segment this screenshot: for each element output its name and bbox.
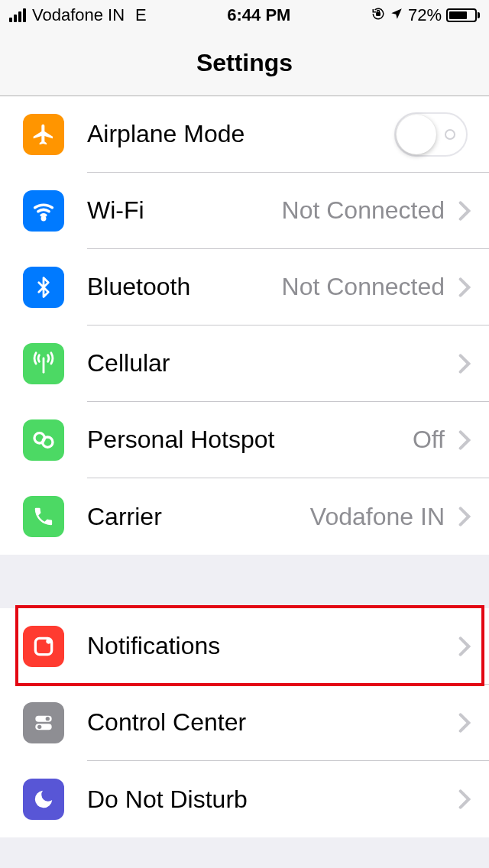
nav-header: Settings [0, 31, 489, 96]
moon-icon [23, 779, 64, 820]
status-time: 6:44 PM [227, 5, 290, 25]
row-control-center[interactable]: Control Center [0, 685, 489, 761]
network-type: E [135, 5, 147, 25]
airplane-icon [23, 114, 64, 155]
cellular-icon [23, 343, 64, 384]
row-cellular[interactable]: Cellular [0, 326, 489, 402]
row-detail: Not Connected [282, 196, 445, 225]
svg-rect-0 [377, 12, 381, 15]
row-notifications[interactable]: Notifications [0, 608, 489, 685]
wifi-icon [23, 190, 64, 232]
notifications-icon [23, 626, 64, 667]
row-label: Cellular [87, 349, 458, 377]
chevron-right-icon [458, 712, 471, 734]
row-label: Do Not Disturb [87, 785, 458, 814]
settings-group-system: Notifications Control Center Do Not Dist… [0, 608, 489, 837]
phone-icon [23, 496, 64, 537]
row-detail: Not Connected [282, 273, 445, 301]
bluetooth-icon [23, 267, 64, 308]
row-label: Notifications [87, 632, 458, 660]
chevron-right-icon [458, 506, 471, 527]
row-bluetooth[interactable]: Bluetooth Not Connected [0, 249, 489, 326]
row-hotspot[interactable]: Personal Hotspot Off [0, 402, 489, 478]
page-title: Settings [196, 49, 293, 77]
row-detail: Off [413, 426, 445, 454]
settings-group-connectivity: Airplane Mode Wi-Fi Not Connected Blueto… [0, 96, 489, 555]
svg-point-1 [42, 217, 44, 219]
chevron-right-icon [458, 353, 471, 374]
battery-percent: 72% [408, 5, 442, 25]
row-label: Airplane Mode [87, 120, 394, 148]
airplane-toggle[interactable] [394, 112, 468, 157]
carrier-label: Vodafone IN [32, 5, 125, 25]
svg-point-9 [37, 725, 41, 729]
row-label: Personal Hotspot [87, 426, 413, 454]
hotspot-icon [23, 419, 64, 461]
location-icon [390, 5, 403, 25]
row-airplane-mode[interactable]: Airplane Mode [0, 96, 489, 173]
status-right: 72% [371, 5, 480, 25]
row-wifi[interactable]: Wi-Fi Not Connected [0, 173, 489, 249]
row-carrier[interactable]: Carrier Vodafone IN [0, 478, 489, 555]
row-label: Carrier [87, 503, 310, 531]
chevron-right-icon [458, 429, 471, 451]
status-left: Vodafone IN E [9, 5, 147, 25]
chevron-right-icon [458, 789, 471, 810]
signal-icon [9, 8, 26, 22]
svg-point-7 [46, 717, 50, 721]
status-bar: Vodafone IN E 6:44 PM 72% [0, 0, 489, 31]
row-label: Control Center [87, 708, 458, 737]
control-center-icon [23, 702, 64, 743]
chevron-right-icon [458, 277, 471, 298]
battery-icon [446, 8, 480, 22]
orientation-lock-icon [371, 7, 385, 24]
row-detail: Vodafone IN [310, 503, 445, 531]
svg-point-5 [46, 639, 51, 644]
row-do-not-disturb[interactable]: Do Not Disturb [0, 761, 489, 837]
row-label: Wi-Fi [87, 196, 282, 225]
row-label: Bluetooth [87, 273, 282, 301]
chevron-right-icon [458, 636, 471, 657]
chevron-right-icon [458, 200, 471, 222]
